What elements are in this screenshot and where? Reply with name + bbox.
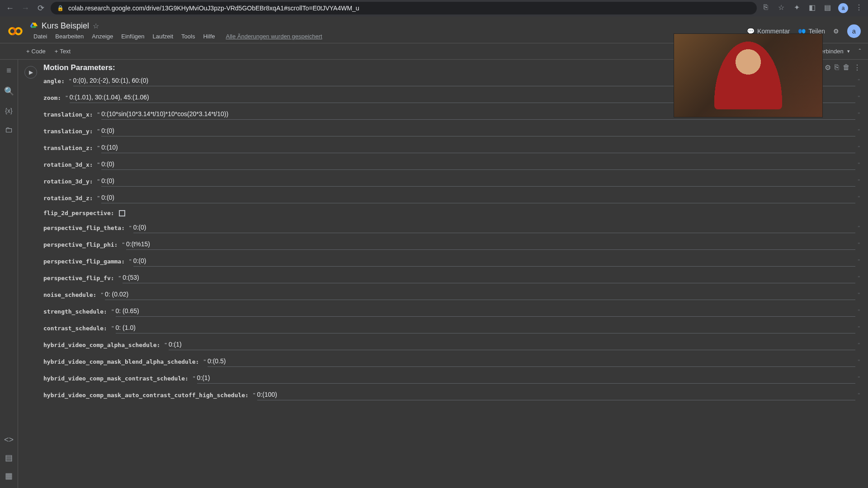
save-status[interactable]: Alle Änderungen wurden gespeichert xyxy=(222,32,326,41)
form-label: flip_2d_perspective: xyxy=(43,210,114,216)
form-label: hybrid_video_comp_mask_auto_contrast_cut… xyxy=(43,392,249,399)
star-doc-icon[interactable]: ☆ xyxy=(93,22,99,30)
form-label: strength_schedule: xyxy=(43,308,107,315)
sidepanel-icon[interactable]: ▤ xyxy=(823,3,832,13)
form-row: hybrid_video_comp_mask_contrast_schedule… xyxy=(43,373,860,384)
form-row: rotation_3d_x:"" xyxy=(43,160,860,170)
translate-icon[interactable]: ⎘ xyxy=(761,3,770,13)
doc-title[interactable]: Kurs Beispiel xyxy=(42,21,89,31)
notebook-content[interactable]: ▶ Motion Parameters: angle:""zoom:""tran… xyxy=(18,60,868,488)
text-input[interactable] xyxy=(169,340,855,350)
text-input[interactable] xyxy=(123,273,855,283)
url-text: colab.research.google.com/drive/13G9KHyM… xyxy=(68,5,359,12)
presenter-silhouette xyxy=(714,42,782,109)
run-cell-button[interactable]: ▶ xyxy=(24,66,37,79)
form-label: perspective_flip_theta: xyxy=(43,225,125,231)
text-input[interactable] xyxy=(101,143,855,153)
quote-close: " xyxy=(855,342,860,348)
menu-datei[interactable]: Datei xyxy=(30,32,51,41)
text-input[interactable] xyxy=(257,390,855,400)
colab-logo-icon[interactable] xyxy=(7,23,24,39)
form-label: rotation_3d_x: xyxy=(43,161,93,168)
menu-laufzeit[interactable]: Laufzeit xyxy=(149,32,177,41)
form-row: contrast_schedule:"" xyxy=(43,323,860,333)
star-icon[interactable]: ☆ xyxy=(777,3,786,13)
add-code-label: Code xyxy=(32,48,46,55)
command-palette-icon[interactable]: ▦ xyxy=(5,471,13,481)
forward-icon[interactable]: → xyxy=(20,4,31,13)
menu-tools[interactable]: Tools xyxy=(178,32,198,41)
menu-icon[interactable]: ⋮ xyxy=(854,3,863,13)
text-input[interactable] xyxy=(133,256,855,267)
form-label: translation_y: xyxy=(43,128,93,135)
text-input[interactable] xyxy=(116,306,855,317)
quote-open: " xyxy=(203,358,206,365)
back-icon[interactable]: ← xyxy=(5,4,15,13)
form-row: rotation_3d_z:"" xyxy=(43,193,860,203)
quote-open: " xyxy=(69,78,71,84)
address-bar[interactable]: 🔒 colab.research.google.com/drive/13G9KH… xyxy=(51,2,757,14)
menu-einfuegen[interactable]: Einfügen xyxy=(118,32,148,41)
text-input[interactable] xyxy=(126,239,855,250)
menu-hilfe[interactable]: Hilfe xyxy=(199,32,218,41)
settings-icon[interactable]: ⚙ xyxy=(833,28,839,35)
form-row: hybrid_video_comp_mask_blend_alpha_sched… xyxy=(43,357,860,367)
extensions-icon[interactable]: ✦ xyxy=(792,3,801,13)
toc-icon[interactable]: ≡ xyxy=(6,66,11,75)
quote-open: " xyxy=(66,94,68,101)
add-code-button[interactable]: + Code xyxy=(22,46,50,56)
mirror-icon[interactable]: ⎘ xyxy=(835,63,839,72)
form-row: strength_schedule:"" xyxy=(43,306,860,317)
text-input[interactable] xyxy=(197,373,855,384)
quote-close: " xyxy=(855,308,860,315)
quote-open: " xyxy=(122,241,124,248)
variables-icon[interactable]: {x} xyxy=(5,107,12,114)
delete-icon[interactable]: 🗑 xyxy=(843,63,850,72)
quote-open: " xyxy=(98,145,100,151)
form-label: noise_schedule: xyxy=(43,291,96,298)
webcam-overlay xyxy=(674,33,823,117)
caret-up-icon[interactable]: ˆ xyxy=(859,48,861,55)
form-row: perspective_flip_phi:"" xyxy=(43,239,860,250)
account-switch-icon[interactable]: ◧ xyxy=(807,3,816,13)
cell-settings-icon[interactable]: ⚙ xyxy=(825,63,831,72)
form-label: hybrid_video_comp_mask_contrast_schedule… xyxy=(43,375,189,382)
search-icon[interactable]: 🔍 xyxy=(4,86,14,96)
menu-bearbeiten[interactable]: Bearbeiten xyxy=(52,32,87,41)
reload-icon[interactable]: ⟳ xyxy=(35,3,46,13)
plus-icon: + xyxy=(26,48,30,55)
quote-close: " xyxy=(855,325,860,332)
text-input[interactable] xyxy=(101,126,855,136)
quote-close: " xyxy=(855,291,860,298)
form-row: translation_y:"" xyxy=(43,126,860,136)
text-input[interactable] xyxy=(101,193,855,203)
code-snippets-icon[interactable]: <> xyxy=(4,435,14,445)
quote-close: " xyxy=(855,178,860,185)
terminal-icon[interactable]: ▤ xyxy=(5,453,13,463)
text-input[interactable] xyxy=(116,323,855,333)
form-label: translation_z: xyxy=(43,145,93,151)
files-icon[interactable]: 🗀 xyxy=(5,125,13,135)
quote-close: " xyxy=(855,358,860,365)
form-row: perspective_flip_gamma:"" xyxy=(43,256,860,267)
chrome-avatar[interactable]: a xyxy=(838,3,848,13)
user-avatar[interactable]: a xyxy=(847,24,861,38)
add-text-button[interactable]: + Text xyxy=(50,46,75,56)
text-input[interactable] xyxy=(208,357,855,367)
more-icon[interactable]: ⋮ xyxy=(854,63,861,72)
quote-open: " xyxy=(98,111,100,118)
text-input[interactable] xyxy=(101,176,855,187)
form-row: perspective_flip_fv:"" xyxy=(43,273,860,283)
quote-close: " xyxy=(855,128,860,135)
quote-open: " xyxy=(129,258,132,265)
quote-close: " xyxy=(855,241,860,248)
form-label: translation_x: xyxy=(43,111,93,118)
checkbox-input[interactable] xyxy=(119,210,125,216)
chevron-down-icon[interactable]: ▾ xyxy=(847,48,850,54)
text-input[interactable] xyxy=(101,160,855,170)
text-input[interactable] xyxy=(133,223,855,233)
menu-anzeige[interactable]: Anzeige xyxy=(88,32,117,41)
quote-open: " xyxy=(98,161,100,168)
form-label: angle: xyxy=(43,78,65,84)
text-input[interactable] xyxy=(105,290,855,300)
